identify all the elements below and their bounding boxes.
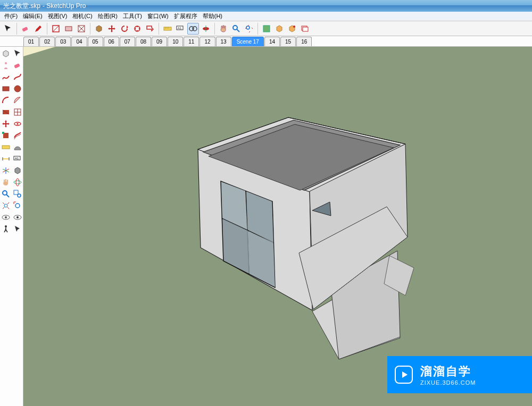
- scene-tab[interactable]: 03: [55, 37, 71, 46]
- svg-rect-38: [2, 146, 10, 149]
- lt-eye-icon[interactable]: [12, 212, 23, 223]
- play-icon: [395, 366, 413, 384]
- scene-tab[interactable]: 01: [23, 37, 39, 46]
- scene-tab[interactable]: 09: [152, 37, 167, 46]
- lt-arc2-icon[interactable]: [12, 95, 23, 106]
- menu-ext[interactable]: 扩展程序: [172, 12, 200, 20]
- menu-tools[interactable]: 工具(T): [121, 12, 144, 20]
- lt-arc1-icon[interactable]: [0, 95, 12, 106]
- arc-tool[interactable]: [76, 23, 87, 35]
- paint-tool[interactable]: [286, 23, 298, 35]
- lt-text-icon[interactable]: A1: [12, 153, 23, 165]
- zoom-tool[interactable]: [230, 23, 242, 35]
- menu-edit[interactable]: 编辑(E): [21, 12, 45, 20]
- pan-tool[interactable]: [218, 23, 229, 35]
- rotate-tool[interactable]: [119, 23, 130, 35]
- lt-offset-icon[interactable]: [12, 130, 23, 141]
- layers-tool[interactable]: [299, 23, 311, 35]
- svg-line-50: [6, 194, 9, 197]
- scene-tab[interactable]: 14: [264, 37, 280, 46]
- lt-rotate-icon[interactable]: [12, 118, 23, 130]
- lt-circle-icon[interactable]: [12, 83, 23, 95]
- lt-curve-icon[interactable]: [12, 71, 23, 83]
- lt-orbit-icon[interactable]: [12, 176, 23, 188]
- offset-tool[interactable]: [144, 23, 156, 35]
- svg-rect-37: [2, 132, 4, 134]
- move-tool[interactable]: [106, 23, 118, 35]
- lt-poly-icon[interactable]: [0, 106, 12, 118]
- tape-tool[interactable]: [162, 23, 173, 35]
- svg-line-2: [53, 26, 59, 32]
- lt-walk-icon[interactable]: [0, 223, 12, 235]
- model-3d: [129, 78, 427, 375]
- svg-point-22: [293, 26, 295, 28]
- lt-section-icon[interactable]: [12, 165, 23, 176]
- line-tool[interactable]: [50, 23, 62, 35]
- scene-tab[interactable]: 04: [71, 37, 87, 46]
- lt-cursor-icon[interactable]: [12, 223, 23, 235]
- scene-tab[interactable]: 12: [200, 37, 215, 46]
- viewport[interactable]: 溜溜自学 ZIXUE.3D66.COM: [23, 47, 532, 406]
- menu-draw[interactable]: 绘图(R): [96, 12, 120, 20]
- pencil-tool[interactable]: [32, 23, 44, 35]
- watermark-url: ZIXUE.3D66.COM: [420, 379, 476, 386]
- lt-look-icon[interactable]: [0, 212, 12, 223]
- scene-tab[interactable]: 13: [216, 37, 231, 46]
- menu-window[interactable]: 窗口(W): [145, 12, 171, 20]
- pushpull-tool[interactable]: [93, 23, 105, 35]
- orbit-tool[interactable]: [261, 23, 272, 35]
- component-tool[interactable]: [273, 23, 285, 35]
- zoom-extents-tool[interactable]: [243, 23, 255, 35]
- svg-point-59: [5, 225, 7, 227]
- svg-point-47: [14, 181, 21, 184]
- lt-scale-icon[interactable]: [0, 130, 12, 141]
- menu-file[interactable]: 件(F): [2, 12, 20, 20]
- dimension-tool[interactable]: [187, 23, 199, 35]
- rect-tool[interactable]: [63, 23, 74, 35]
- lt-axes-icon[interactable]: [0, 165, 12, 176]
- svg-rect-26: [14, 63, 20, 69]
- title-bar: 光之教堂.skp - SketchUp Pro: [0, 0, 532, 12]
- lt-eraser-icon[interactable]: [12, 60, 23, 71]
- scene-tab[interactable]: 08: [136, 37, 151, 46]
- lt-prev-icon[interactable]: [12, 200, 23, 212]
- lt-select-icon[interactable]: [12, 48, 23, 60]
- menu-camera[interactable]: 相机(C): [70, 12, 94, 20]
- menu-view[interactable]: 视图(V): [46, 12, 70, 20]
- window-title: 光之教堂.skp: [3, 2, 40, 11]
- lt-zoomext-icon[interactable]: [0, 200, 12, 212]
- svg-point-58: [16, 216, 19, 218]
- scene-tab[interactable]: 16: [296, 37, 312, 46]
- lt-cube-icon[interactable]: [0, 48, 12, 60]
- scene-tab[interactable]: 10: [168, 37, 183, 46]
- lt-move-icon[interactable]: [0, 118, 12, 130]
- scene-tab[interactable]: 07: [120, 37, 135, 46]
- lt-shape1-icon[interactable]: [0, 83, 12, 95]
- lt-dim-icon[interactable]: [0, 153, 12, 165]
- lt-tape-icon[interactable]: [0, 141, 12, 153]
- protractor-tool[interactable]: [200, 23, 212, 35]
- lt-zoom-icon[interactable]: [0, 188, 12, 200]
- svg-rect-0: [22, 27, 28, 32]
- lt-grid-icon[interactable]: [12, 106, 23, 118]
- svg-point-49: [3, 191, 7, 195]
- scene-tab[interactable]: 05: [88, 37, 103, 46]
- lt-freehand-icon[interactable]: [0, 71, 12, 83]
- scene-tab[interactable]: 06: [104, 37, 119, 46]
- scene-tab[interactable]: 15: [280, 37, 296, 46]
- menu-bar: 件(F) 编辑(E) 视图(V) 相机(C) 绘图(R) 工具(T) 窗口(W)…: [0, 12, 532, 21]
- lt-protractor-icon[interactable]: [12, 141, 23, 153]
- select-tool[interactable]: [2, 23, 14, 35]
- scene-tab[interactable]: Scene 17: [232, 37, 264, 46]
- scale-tool[interactable]: [131, 23, 143, 35]
- eraser-tool[interactable]: [20, 23, 31, 35]
- lt-person-icon[interactable]: [0, 60, 12, 71]
- lt-pan-icon[interactable]: [0, 176, 12, 188]
- text-tool[interactable]: A1: [174, 23, 186, 35]
- svg-rect-24: [303, 27, 308, 31]
- svg-text:A1: A1: [178, 27, 182, 30]
- menu-help[interactable]: 帮助(H): [201, 12, 225, 20]
- scene-tab[interactable]: 11: [184, 37, 199, 46]
- lt-zoomwin-icon[interactable]: [12, 188, 23, 200]
- scene-tab[interactable]: 02: [39, 37, 55, 46]
